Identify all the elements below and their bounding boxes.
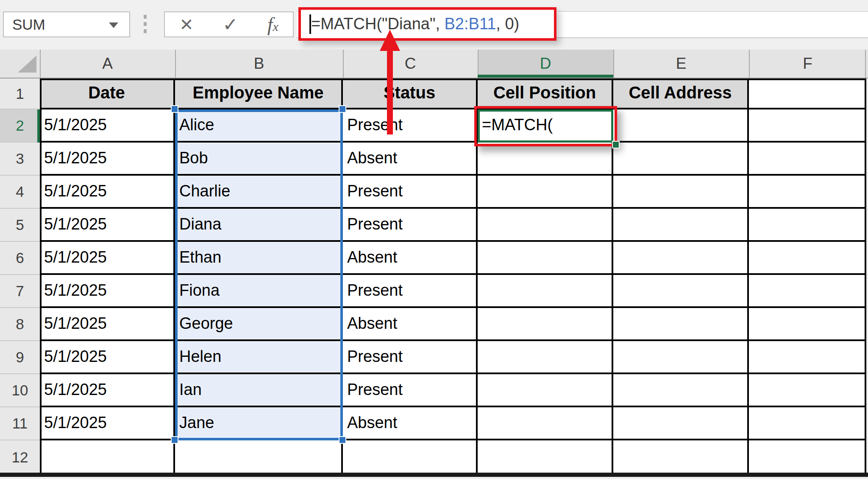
column-header-B[interactable]: B: [175, 50, 343, 78]
cell-E3[interactable]: [613, 143, 749, 176]
row-header-12[interactable]: 12: [0, 440, 40, 475]
cell-D12[interactable]: [478, 440, 613, 475]
row-header-7[interactable]: 7: [0, 275, 40, 308]
cell-F5[interactable]: [749, 209, 866, 242]
row-header-6[interactable]: 6: [0, 242, 40, 275]
row-header-2[interactable]: 2: [0, 109, 40, 143]
cell-F8[interactable]: [749, 308, 866, 341]
cell-E4[interactable]: [613, 176, 749, 209]
cell-E7[interactable]: [613, 275, 749, 308]
column-header-F[interactable]: F: [749, 50, 866, 78]
cell-C2[interactable]: Present: [343, 109, 478, 143]
column-header-E[interactable]: E: [613, 50, 749, 78]
cell-A4[interactable]: 5/1/2025: [40, 176, 175, 209]
row-header-10[interactable]: 10: [0, 374, 40, 407]
cell-E9[interactable]: [613, 341, 749, 374]
formula-range-reference: B2:B11: [445, 15, 496, 33]
cell-F11[interactable]: [749, 407, 866, 440]
cell-F6[interactable]: [749, 242, 866, 275]
column-header-separator: [40, 50, 41, 78]
cell-C4[interactable]: Present: [343, 176, 478, 209]
cell-D10[interactable]: [478, 374, 613, 407]
active-row-bar: [37, 109, 40, 143]
cell-F7[interactable]: [749, 275, 866, 308]
row-header-9[interactable]: 9: [0, 341, 40, 374]
cell-A6[interactable]: 5/1/2025: [40, 242, 175, 275]
cell-D3[interactable]: [478, 143, 613, 176]
selection-handle-0[interactable]: [171, 105, 178, 113]
cell-C3[interactable]: Absent: [343, 143, 478, 176]
cell-C12[interactable]: [343, 440, 478, 475]
cell-D11[interactable]: [478, 407, 613, 440]
cell-E8[interactable]: [613, 308, 749, 341]
cell-F2[interactable]: [749, 109, 866, 143]
formula-text[interactable]: =MATCH("Diana", B2:B11, 0): [311, 15, 519, 33]
cell-D7[interactable]: [478, 275, 613, 308]
cell-A1[interactable]: Date: [40, 78, 175, 109]
cell-F12[interactable]: [749, 440, 866, 475]
cell-D9[interactable]: [478, 341, 613, 374]
column-header-separator: [865, 50, 866, 78]
cell-A3[interactable]: 5/1/2025: [40, 143, 175, 176]
cell-E1[interactable]: Cell Address: [613, 78, 749, 109]
cell-C1[interactable]: Status: [343, 78, 478, 109]
cell-D4[interactable]: [478, 176, 613, 209]
cell-B1[interactable]: Employee Name: [175, 78, 343, 109]
cell-A10[interactable]: 5/1/2025: [40, 374, 175, 407]
cell-F10[interactable]: [749, 374, 866, 407]
cell-C7[interactable]: Present: [343, 275, 478, 308]
cell-F3[interactable]: [749, 143, 866, 176]
selection-handle-1[interactable]: [339, 105, 346, 113]
cell-C11[interactable]: Absent: [343, 407, 478, 440]
row-header-11[interactable]: 11: [0, 407, 40, 440]
formula-bar-drag-handle[interactable]: [144, 15, 147, 36]
insert-function-icon[interactable]: fx: [267, 13, 278, 36]
row-header-4[interactable]: 4: [0, 176, 40, 209]
cell-F9[interactable]: [749, 341, 866, 374]
column-header-A[interactable]: A: [40, 50, 175, 78]
row-header-3[interactable]: 3: [0, 143, 40, 176]
cell-F1[interactable]: [749, 78, 866, 109]
cancel-icon[interactable]: ✕: [179, 16, 194, 33]
cell-A9[interactable]: 5/1/2025: [40, 341, 175, 374]
chevron-down-icon[interactable]: [109, 22, 118, 28]
column-header-D[interactable]: D: [478, 50, 613, 78]
cell-D8[interactable]: [478, 308, 613, 341]
cell-C10[interactable]: Present: [343, 374, 478, 407]
cell-E12[interactable]: [613, 440, 749, 475]
cell-A8[interactable]: 5/1/2025: [40, 308, 175, 341]
formula-bar-row: SUM ✕ ✓ fx =MATCH("Diana", B2:B11, 0): [0, 0, 868, 50]
cell-C9[interactable]: Present: [343, 341, 478, 374]
cell-E5[interactable]: [613, 209, 749, 242]
selection-range-border[interactable]: [175, 109, 343, 440]
cell-E6[interactable]: [613, 242, 749, 275]
cell-D6[interactable]: [478, 242, 613, 275]
name-box[interactable]: SUM: [3, 11, 130, 37]
cell-E10[interactable]: [613, 374, 749, 407]
cell-A2[interactable]: 5/1/2025: [40, 109, 175, 143]
cell-A11[interactable]: 5/1/2025: [40, 407, 175, 440]
cell-C5[interactable]: Present: [343, 209, 478, 242]
cell-E2[interactable]: [613, 109, 749, 143]
cell-A5[interactable]: 5/1/2025: [40, 209, 175, 242]
cell-B12[interactable]: [175, 440, 343, 475]
row-header-1[interactable]: 1: [0, 78, 40, 109]
cell-C6[interactable]: Absent: [343, 242, 478, 275]
cell-D5[interactable]: [478, 209, 613, 242]
cell-A12[interactable]: [40, 440, 175, 475]
selection-handle-3[interactable]: [339, 436, 346, 444]
column-header-separator: [175, 50, 176, 78]
row-header-5[interactable]: 5: [0, 209, 40, 242]
enter-icon[interactable]: ✓: [223, 15, 238, 34]
cell-D1[interactable]: Cell Position: [478, 78, 613, 109]
row-header-8[interactable]: 8: [0, 308, 40, 341]
table-frame-left: [40, 78, 42, 475]
fill-handle[interactable]: [612, 141, 620, 148]
cell-F4[interactable]: [749, 176, 866, 209]
cell-E11[interactable]: [613, 407, 749, 440]
cell-A7[interactable]: 5/1/2025: [40, 275, 175, 308]
cell-C8[interactable]: Absent: [343, 308, 478, 341]
column-header-C[interactable]: C: [343, 50, 478, 78]
selection-handle-2[interactable]: [171, 436, 178, 444]
spreadsheet-grid: ABCDEF123456789101112DateEmployee NameSt…: [0, 50, 868, 479]
